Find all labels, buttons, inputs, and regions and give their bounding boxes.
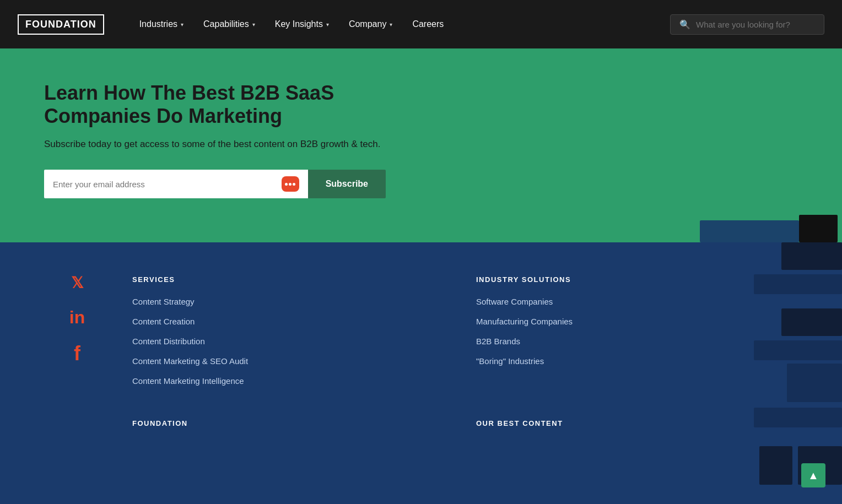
b2b-brands-link[interactable]: B2B Brands — [476, 337, 520, 346]
chevron-down-icon: ▾ — [181, 21, 183, 28]
list-item: "Boring" Industries — [476, 356, 798, 366]
search-box[interactable]: 🔍 — [670, 14, 824, 35]
chevron-down-icon: ▾ — [326, 21, 329, 28]
search-icon: 🔍 — [679, 19, 690, 30]
search-input[interactable] — [696, 20, 815, 29]
chevron-down-icon: ▾ — [252, 21, 255, 28]
list-item: Content Marketing & SEO Audit — [132, 356, 454, 366]
footer-best-content-col: OUR BEST CONTENT — [476, 419, 798, 438]
footer-grid: 𝕏 in f SERVICES Content Strategy Content… — [44, 275, 798, 386]
nav-item-company[interactable]: Company ▾ — [349, 19, 392, 29]
manufacturing-companies-link[interactable]: Manufacturing Companies — [476, 317, 573, 326]
services-heading: SERVICES — [132, 275, 454, 284]
scroll-top-button[interactable]: ▲ — [801, 463, 825, 487]
decorative-blocks-right — [700, 215, 842, 242]
list-item: B2B Brands — [476, 337, 798, 346]
content-creation-link[interactable]: Content Creation — [132, 317, 195, 326]
list-item: Manufacturing Companies — [476, 317, 798, 327]
messaging-icon — [282, 176, 299, 192]
subscribe-button[interactable]: Subscribe — [308, 170, 386, 198]
logo[interactable]: FOUNDATION — [18, 14, 104, 35]
industry-list: Software Companies Manufacturing Compani… — [476, 297, 798, 366]
our-best-content-heading: OUR BEST CONTENT — [476, 419, 798, 427]
footer-spacer — [44, 419, 110, 438]
email-form: Subscribe — [44, 170, 386, 198]
nav-links: Industries ▾ Capabilities ▾ Key Insights… — [139, 19, 648, 29]
social-icons: 𝕏 in f — [44, 275, 110, 386]
content-distribution-link[interactable]: Content Distribution — [132, 337, 205, 346]
footer-services-col: SERVICES Content Strategy Content Creati… — [132, 275, 454, 386]
list-item: Content Strategy — [132, 297, 454, 307]
email-input-wrapper — [44, 170, 308, 198]
foundation-heading: FOUNDATION — [132, 419, 454, 427]
nav-item-careers[interactable]: Careers — [412, 19, 444, 29]
list-item: Content Marketing Intelligence — [132, 376, 454, 386]
footer-foundation-col: FOUNDATION — [132, 419, 454, 438]
chevron-down-icon: ▾ — [390, 21, 392, 28]
footer-section: 𝕏 in f SERVICES Content Strategy Content… — [0, 242, 842, 472]
boring-industries-link[interactable]: "Boring" Industries — [476, 356, 544, 366]
content-strategy-link[interactable]: Content Strategy — [132, 297, 195, 306]
software-companies-link[interactable]: Software Companies — [476, 297, 553, 306]
hero-title: Learn How The Best B2B SaaS Companies Do… — [44, 82, 430, 128]
dots-icon — [285, 183, 295, 186]
footer-bottom-grid: FOUNDATION OUR BEST CONTENT — [44, 419, 798, 438]
email-field[interactable] — [53, 180, 277, 189]
footer-industry-col: INDUSTRY SOLUTIONS Software Companies Ma… — [476, 275, 798, 386]
industry-heading: INDUSTRY SOLUTIONS — [476, 275, 798, 284]
nav-item-industries[interactable]: Industries ▾ — [139, 19, 183, 29]
hero-section: Learn How The Best B2B SaaS Companies Do… — [0, 48, 842, 242]
nav-item-capabilities[interactable]: Capabilities ▾ — [203, 19, 255, 29]
services-list: Content Strategy Content Creation Conten… — [132, 297, 454, 386]
linkedin-icon[interactable]: in — [69, 308, 85, 326]
navbar: FOUNDATION Industries ▾ Capabilities ▾ K… — [0, 0, 842, 48]
list-item: Software Companies — [476, 297, 798, 307]
hero-subtitle: Subscribe today to get access to some of… — [44, 139, 386, 150]
list-item: Content Distribution — [132, 337, 454, 346]
list-item: Content Creation — [132, 317, 454, 327]
content-marketing-intelligence-link[interactable]: Content Marketing Intelligence — [132, 376, 244, 386]
nav-item-key-insights[interactable]: Key Insights ▾ — [275, 19, 329, 29]
x-social-icon[interactable]: 𝕏 — [71, 275, 84, 291]
content-marketing-seo-audit-link[interactable]: Content Marketing & SEO Audit — [132, 356, 248, 366]
facebook-icon[interactable]: f — [74, 344, 80, 364]
